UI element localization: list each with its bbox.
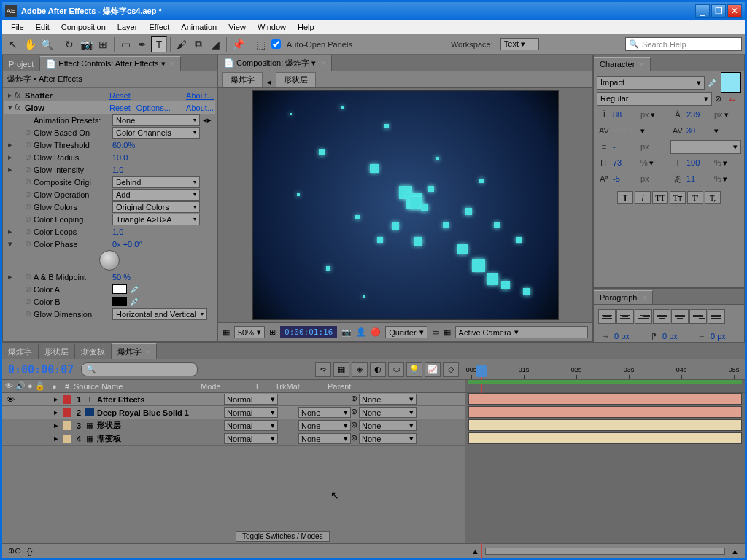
menu-window[interactable]: Window bbox=[252, 21, 292, 33]
bold-button[interactable]: T bbox=[617, 191, 633, 204]
glow-0-dropdown[interactable]: Color Channels▾ bbox=[112, 127, 200, 139]
tl-tool-brainstorm[interactable]: 💡 bbox=[406, 362, 422, 377]
menu-composition[interactable]: Composition bbox=[55, 21, 112, 33]
leading-value[interactable]: 239 bbox=[686, 110, 713, 119]
effect-shatter[interactable]: Shatter bbox=[23, 91, 104, 100]
color-phase-dial[interactable] bbox=[99, 250, 120, 271]
color-a-swatch[interactable] bbox=[112, 284, 127, 294]
tab-project[interactable]: Project bbox=[3, 58, 40, 71]
eyedropper-icon[interactable]: 💉 bbox=[130, 297, 140, 306]
kerning-value[interactable]: Metrics bbox=[613, 126, 639, 135]
tl-tool-graph[interactable]: 📈 bbox=[425, 362, 441, 377]
glow-options[interactable]: Options... bbox=[136, 104, 171, 112]
glow-1-value[interactable]: 60.0% bbox=[112, 141, 135, 149]
glow-about[interactable]: About... bbox=[186, 104, 214, 112]
glow-dimension-dropdown[interactable]: Horizontal and Vertical▾ bbox=[112, 308, 207, 320]
subscript-button[interactable]: T, bbox=[705, 191, 721, 204]
tl-braces-icon[interactable]: {} bbox=[27, 547, 32, 556]
tab-paragraph[interactable]: Paragraph× bbox=[594, 290, 653, 304]
shatter-reset[interactable]: Reset bbox=[109, 91, 131, 100]
show-channel-icon[interactable]: 👤 bbox=[356, 327, 366, 337]
glow-9-value[interactable]: 0x +0.0° bbox=[112, 240, 142, 249]
effect-glow[interactable]: Glow bbox=[23, 104, 104, 112]
baseline-value[interactable]: -5 bbox=[613, 174, 639, 183]
timeline-timecode[interactable]: 0:00:00:07 bbox=[8, 363, 74, 376]
local-axis-tool[interactable]: ⬚ bbox=[252, 36, 268, 52]
pen-tool[interactable]: ✒ bbox=[134, 36, 150, 52]
hand-tool[interactable]: ✋ bbox=[22, 36, 38, 52]
layer-row[interactable]: ▸4▦渐变板Normal▾None▾⊚None▾ bbox=[2, 432, 465, 446]
shape-tool[interactable]: ▭ bbox=[117, 36, 133, 52]
animation-presets-dropdown[interactable]: None▾ bbox=[112, 114, 200, 126]
glow-3-value[interactable]: 1.0 bbox=[112, 166, 123, 174]
indent-first-value[interactable]: 0 px bbox=[662, 332, 689, 341]
eyedropper-icon[interactable]: 💉 bbox=[130, 284, 140, 294]
font-size-value[interactable]: 88 bbox=[613, 110, 639, 119]
transparency-icon[interactable]: ▦ bbox=[444, 327, 451, 337]
breadcrumb-2[interactable]: 形状层 bbox=[276, 72, 316, 87]
time-ruler[interactable]: 00s01s02s03s04s05s bbox=[465, 359, 745, 380]
composition-viewer[interactable] bbox=[252, 90, 559, 320]
close-button[interactable]: ✕ bbox=[727, 4, 742, 18]
breadcrumb-1[interactable]: 爆炸字 bbox=[222, 72, 263, 87]
smallcaps-button[interactable]: Tᴛ bbox=[670, 191, 686, 204]
fill-color-swatch[interactable] bbox=[721, 72, 741, 93]
puppet-tool[interactable]: 📌 bbox=[230, 36, 246, 52]
tl-tool-frame-blend[interactable]: ◐ bbox=[370, 362, 386, 377]
tl-tool-shy[interactable]: ➪ bbox=[315, 362, 331, 377]
timeline-tab-1[interactable]: 爆炸字 bbox=[2, 344, 39, 359]
playhead[interactable] bbox=[476, 365, 487, 377]
menu-animation[interactable]: Animation bbox=[175, 21, 222, 33]
brush-tool[interactable]: 🖌 bbox=[174, 36, 190, 52]
zoom-tool[interactable]: 🔍 bbox=[39, 36, 55, 52]
menu-view[interactable]: View bbox=[222, 21, 252, 33]
stroke-swatch[interactable]: ▱ bbox=[729, 94, 741, 104]
align-right-button[interactable] bbox=[635, 309, 652, 324]
snapshot-icon[interactable]: 📷 bbox=[341, 327, 352, 337]
font-style-dropdown[interactable]: Regular▾ bbox=[597, 92, 712, 106]
rotate-tool[interactable]: ↻ bbox=[61, 36, 77, 52]
tl-tool-draft3d[interactable]: ◈ bbox=[352, 362, 368, 377]
grid-icon[interactable]: ▦ bbox=[222, 327, 230, 337]
glow-4-dropdown[interactable]: Behind▾ bbox=[112, 176, 200, 188]
justify-last-right-button[interactable] bbox=[689, 309, 707, 324]
camera-tool[interactable]: 📷 bbox=[78, 36, 94, 52]
font-family-dropdown[interactable]: Impact▾ bbox=[597, 76, 705, 90]
stroke-style-dropdown[interactable]: ▾ bbox=[670, 140, 741, 154]
tl-tool-auto-keyframe[interactable]: ◇ bbox=[443, 362, 459, 377]
justify-last-center-button[interactable] bbox=[671, 309, 689, 324]
tab-effect-controls[interactable]: 📄 Effect Controls: After Effects ▾× bbox=[40, 56, 181, 71]
auto-open-checkbox[interactable] bbox=[271, 39, 281, 49]
midpoint-value[interactable]: 50 % bbox=[112, 273, 131, 281]
roi-icon[interactable]: ▭ bbox=[432, 327, 439, 337]
menu-effect[interactable]: Effect bbox=[143, 21, 175, 33]
glow-7-dropdown[interactable]: Triangle A>B>A▾ bbox=[112, 214, 200, 225]
glow-8-value[interactable]: 1.0 bbox=[112, 228, 123, 236]
menu-help[interactable]: Help bbox=[292, 21, 320, 33]
view-dropdown[interactable]: Active Camera ▾ bbox=[455, 326, 588, 338]
channel-icon[interactable]: 🔴 bbox=[371, 327, 381, 337]
tracking-value[interactable]: 30 bbox=[686, 126, 713, 135]
hscale-value[interactable]: 100 bbox=[686, 158, 713, 167]
align-left-button[interactable] bbox=[598, 309, 616, 324]
current-time[interactable]: 0:00:01:16 bbox=[280, 326, 337, 338]
shatter-about[interactable]: About... bbox=[186, 91, 214, 100]
glow-5-dropdown[interactable]: Add▾ bbox=[112, 189, 200, 201]
italic-button[interactable]: T bbox=[635, 191, 651, 204]
superscript-button[interactable]: T' bbox=[687, 191, 703, 204]
menu-file[interactable]: File bbox=[5, 21, 30, 33]
glow-6-dropdown[interactable]: Original Colors▾ bbox=[112, 201, 200, 213]
tab-character[interactable]: Character× bbox=[594, 57, 651, 71]
timeline-tab-4[interactable]: 爆炸字× bbox=[112, 343, 157, 359]
menu-layer[interactable]: Layer bbox=[112, 21, 144, 33]
justify-last-left-button[interactable] bbox=[653, 309, 670, 324]
indent-left-value[interactable]: 0 px bbox=[614, 332, 640, 341]
selection-tool[interactable]: ↖ bbox=[5, 36, 21, 52]
tab-composition[interactable]: 📄 Composition: 爆炸字 ▾× bbox=[218, 55, 332, 71]
timeline-tab-3[interactable]: 渐变板 bbox=[75, 344, 112, 359]
glow-2-value[interactable]: 10.0 bbox=[112, 153, 128, 162]
eraser-tool[interactable]: ◢ bbox=[207, 36, 223, 52]
timeline-tab-2[interactable]: 形状层 bbox=[39, 344, 75, 359]
indent-right-value[interactable]: 0 px bbox=[711, 332, 737, 341]
type-tool[interactable]: T bbox=[151, 36, 167, 52]
